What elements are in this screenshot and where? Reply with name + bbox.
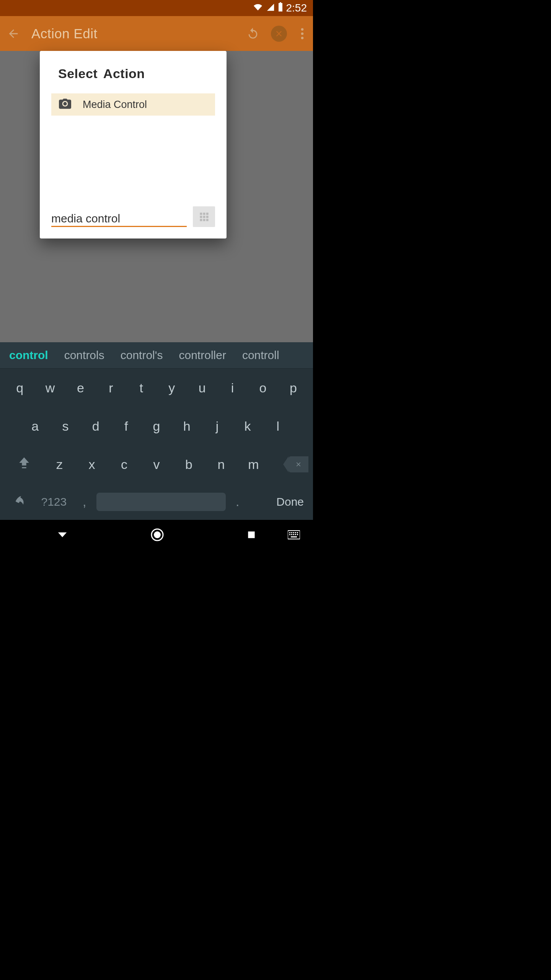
- svg-rect-9: [200, 219, 202, 221]
- wifi-icon: [253, 2, 263, 14]
- svg-rect-3: [200, 213, 202, 215]
- key-l[interactable]: l: [263, 419, 293, 434]
- key-e[interactable]: e: [65, 381, 96, 395]
- svg-rect-19: [295, 532, 296, 533]
- cancel-icon[interactable]: [271, 26, 287, 42]
- camera-icon: [59, 98, 71, 111]
- svg-rect-8: [206, 216, 209, 218]
- action-result-label: Media Control: [83, 99, 147, 111]
- overflow-menu-icon[interactable]: [298, 28, 306, 39]
- key-p[interactable]: p: [278, 381, 308, 395]
- suggestion[interactable]: controll: [242, 349, 279, 362]
- category-grid-button[interactable]: [193, 206, 215, 227]
- svg-point-2: [301, 37, 304, 39]
- suggestion[interactable]: controller: [179, 349, 226, 362]
- svg-rect-18: [293, 532, 294, 533]
- svg-rect-6: [200, 216, 202, 218]
- svg-rect-10: [203, 219, 205, 221]
- svg-rect-21: [289, 534, 290, 535]
- key-b[interactable]: b: [173, 457, 205, 472]
- cell-signal-icon: [266, 2, 275, 14]
- done-key[interactable]: Done: [249, 495, 308, 508]
- svg-rect-5: [206, 213, 209, 215]
- suggestion-strip: control controls control's controller co…: [0, 342, 313, 369]
- svg-point-13: [154, 531, 161, 538]
- key-i[interactable]: i: [217, 381, 248, 395]
- key-t[interactable]: t: [126, 381, 156, 395]
- app-bar-title: Action Edit: [31, 26, 235, 41]
- key-c[interactable]: c: [108, 457, 140, 472]
- nav-back-icon[interactable]: [57, 529, 68, 542]
- suggestion[interactable]: controls: [64, 349, 104, 362]
- key-g[interactable]: g: [141, 419, 171, 434]
- key-j[interactable]: j: [202, 419, 232, 434]
- key-n[interactable]: n: [205, 457, 237, 472]
- space-key[interactable]: [96, 493, 226, 511]
- status-time: 2:52: [286, 2, 307, 14]
- undo-icon[interactable]: [246, 27, 259, 40]
- key-o[interactable]: o: [248, 381, 278, 395]
- svg-rect-25: [297, 534, 298, 535]
- key-w[interactable]: w: [35, 381, 65, 395]
- keyboard-switch-icon[interactable]: [288, 530, 300, 541]
- svg-rect-17: [291, 532, 292, 533]
- backspace-key[interactable]: [270, 456, 308, 472]
- navigation-bar: [0, 520, 313, 551]
- key-h[interactable]: h: [172, 419, 202, 434]
- key-a[interactable]: a: [20, 419, 50, 434]
- svg-rect-22: [291, 534, 292, 535]
- shift-key[interactable]: [5, 456, 43, 472]
- key-u[interactable]: u: [187, 381, 217, 395]
- suggestion[interactable]: control's: [121, 349, 163, 362]
- key-m[interactable]: m: [237, 457, 269, 472]
- svg-rect-24: [295, 534, 296, 535]
- swipe-icon[interactable]: [5, 494, 35, 510]
- symbols-key[interactable]: ?123: [35, 495, 73, 508]
- suggestion[interactable]: control: [9, 349, 48, 362]
- action-result-row[interactable]: Media Control: [51, 93, 215, 116]
- search-field[interactable]: [51, 211, 187, 227]
- svg-rect-26: [291, 536, 297, 537]
- svg-rect-7: [203, 216, 205, 218]
- key-f[interactable]: f: [111, 419, 141, 434]
- soft-keyboard: control controls control's controller co…: [0, 342, 313, 520]
- dialog-title: Select Action: [51, 66, 215, 81]
- svg-rect-14: [248, 531, 255, 538]
- back-icon[interactable]: [7, 27, 20, 40]
- svg-point-1: [301, 32, 304, 35]
- key-z[interactable]: z: [43, 457, 75, 472]
- comma-key[interactable]: ,: [73, 494, 96, 509]
- search-input[interactable]: [51, 211, 187, 227]
- period-key[interactable]: .: [226, 494, 249, 509]
- content-backdrop: Select Action Media Control control cont…: [0, 51, 313, 551]
- key-d[interactable]: d: [81, 419, 111, 434]
- nav-recents-icon[interactable]: [246, 530, 256, 541]
- app-bar: Action Edit: [0, 16, 313, 51]
- svg-rect-16: [289, 532, 290, 533]
- key-k[interactable]: k: [232, 419, 262, 434]
- key-q[interactable]: q: [5, 381, 35, 395]
- status-bar: 2:52: [0, 0, 313, 16]
- svg-rect-23: [293, 534, 294, 535]
- key-r[interactable]: r: [96, 381, 126, 395]
- battery-icon: [278, 2, 283, 14]
- svg-rect-11: [206, 219, 209, 221]
- key-x[interactable]: x: [76, 457, 108, 472]
- select-action-dialog: Select Action Media Control: [40, 51, 227, 238]
- key-s[interactable]: s: [50, 419, 80, 434]
- svg-rect-4: [203, 213, 205, 215]
- key-v[interactable]: v: [140, 457, 173, 472]
- svg-rect-20: [297, 532, 298, 533]
- key-y[interactable]: y: [156, 381, 187, 395]
- svg-point-0: [301, 28, 304, 31]
- nav-home-icon[interactable]: [150, 528, 164, 543]
